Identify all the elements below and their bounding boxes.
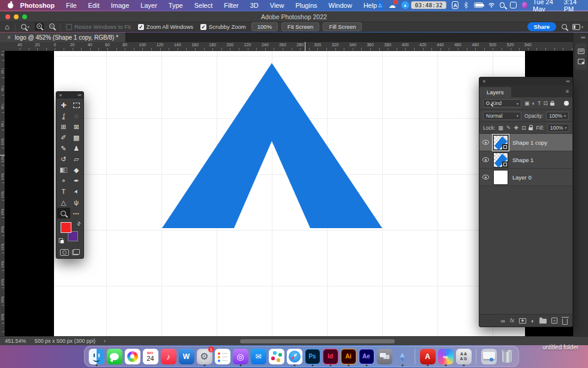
scrubby-zoom-checkbox-box[interactable]: ✓ xyxy=(200,24,206,30)
menu-filter[interactable]: Filter xyxy=(224,2,238,9)
dock-item-photoshop[interactable]: Ps xyxy=(304,348,320,364)
new-adjustment-layer[interactable]: ◐ xyxy=(531,318,535,324)
filter-toggle[interactable] xyxy=(564,101,569,106)
add-layer-mask[interactable] xyxy=(519,318,526,324)
layer-visibility-icon[interactable] xyxy=(482,140,489,145)
quick-mask-button[interactable] xyxy=(60,249,69,256)
collapse-palette-icon[interactable]: «« xyxy=(77,93,81,97)
expand-panels-icon[interactable]: «« xyxy=(581,35,585,40)
menu-photoshop[interactable]: Photoshop xyxy=(20,2,55,9)
menu-plugins[interactable]: Plugins xyxy=(295,2,317,9)
lock-all[interactable] xyxy=(529,127,533,130)
blur-tool[interactable]: ◆ xyxy=(70,164,83,175)
eyedropper-tool[interactable]: ✐ xyxy=(57,132,70,143)
dock-item-after-effects[interactable]: Ae xyxy=(358,348,374,364)
menu-view[interactable]: View xyxy=(270,2,284,9)
layer-visibility-icon[interactable] xyxy=(482,157,489,162)
display-icon[interactable] xyxy=(510,2,517,8)
dock-item-illustrator[interactable]: Ai xyxy=(340,348,356,364)
layer-effects[interactable]: fx xyxy=(510,318,514,324)
zoom-all-windows-checkbox[interactable]: ✓Zoom All Windows xyxy=(138,23,193,30)
blend-mode-dropdown[interactable]: Normal▾ xyxy=(483,112,521,120)
scrubby-zoom-checkbox[interactable]: ✓Scrubby Zoom xyxy=(200,23,246,30)
layer-visibility-icon[interactable] xyxy=(482,175,489,179)
zoom-out-toggle[interactable]: − xyxy=(49,23,55,30)
menu-3d[interactable]: 3D xyxy=(250,2,259,9)
layer-row[interactable]: Shape 1 copy xyxy=(479,134,572,151)
dock-item-font-book[interactable]: A AA G xyxy=(455,348,472,364)
dock-item-music[interactable]: ♪ xyxy=(160,348,176,364)
apple-menu-icon[interactable] xyxy=(7,2,13,8)
marquee-tool[interactable] xyxy=(70,100,83,110)
gradient-tool[interactable] xyxy=(57,164,70,175)
fill-screen-button[interactable]: Fill Screen xyxy=(323,22,362,31)
share-button[interactable]: Share xyxy=(527,22,556,31)
shape-tool[interactable]: △ xyxy=(57,197,70,208)
dock-item-acrobat[interactable]: A xyxy=(419,348,436,364)
desktop-folder-label[interactable]: untitled folder xyxy=(542,344,578,351)
horizontal-ruler[interactable]: 4020020406080100120140160180200220240260… xyxy=(5,42,573,51)
horizontal-scrollbar[interactable] xyxy=(240,339,395,343)
adjustments-panel-icon[interactable] xyxy=(578,59,584,64)
fill-dropdown[interactable]: 100%▾ xyxy=(547,124,570,132)
menu-image[interactable]: Image xyxy=(111,2,130,9)
frame-tool[interactable]: ⊠ xyxy=(70,121,83,132)
layer-thumbnail[interactable] xyxy=(493,170,508,185)
hand-tool[interactable]: ψ xyxy=(70,197,83,208)
layer-name[interactable]: Shape 1 copy xyxy=(512,139,547,146)
new-layer[interactable]: + xyxy=(551,318,557,324)
status-options-chevron[interactable]: › xyxy=(104,338,106,344)
dock-item-reminders[interactable] xyxy=(214,348,230,364)
layer-thumbnail[interactable] xyxy=(493,135,508,150)
opacity-dropdown[interactable]: 100%▾ xyxy=(546,112,569,120)
dock-item-indesign[interactable]: Id xyxy=(322,348,338,364)
lock-artboard[interactable]: ⊡ xyxy=(521,125,526,131)
move-tool[interactable]: ✚ xyxy=(57,100,70,110)
filter-adjustment-layers[interactable]: ◐ xyxy=(532,100,535,106)
filter-pixel-layers[interactable]: ▣ xyxy=(524,100,530,106)
app-logo-icon[interactable]: △ xyxy=(377,1,383,10)
dock-item-messages[interactable] xyxy=(106,348,122,364)
zoom-tool[interactable] xyxy=(57,208,70,219)
bluetooth-icon[interactable] xyxy=(464,1,468,9)
path-selection-tool[interactable]: ➤ xyxy=(70,186,83,197)
close-palette-icon[interactable]: ✕ xyxy=(59,93,62,98)
close-panel-icon[interactable]: ✕ xyxy=(482,79,485,84)
dock-item-finder[interactable] xyxy=(88,348,104,364)
foreground-color-swatch[interactable] xyxy=(61,222,71,233)
wifi-icon[interactable] xyxy=(488,2,494,8)
type-tool[interactable]: T xyxy=(57,186,70,197)
layer-name[interactable]: Layer 0 xyxy=(512,174,532,181)
zoom-in-toggle[interactable]: + xyxy=(35,23,44,31)
timer-widget[interactable]: ▲ 03:48:32 xyxy=(401,1,447,9)
app-status-icon[interactable] xyxy=(522,2,527,9)
layers-tab[interactable]: Layers xyxy=(479,87,511,97)
home-icon[interactable]: ⌂ xyxy=(5,22,10,31)
history-brush-tool[interactable]: ↺ xyxy=(57,154,70,164)
dock-item-system-settings[interactable]: ⚙1 xyxy=(196,348,212,364)
layer-thumbnail[interactable] xyxy=(493,152,508,167)
default-colors-icon[interactable] xyxy=(59,238,64,244)
dock-item-calendar[interactable]: MAY24 xyxy=(142,348,158,364)
filter-type-layers[interactable]: T xyxy=(538,100,541,106)
healing-brush-tool[interactable]: ▩ xyxy=(70,132,83,143)
fit-screen-button[interactable]: Fit Screen xyxy=(281,22,319,31)
menu-type[interactable]: Type xyxy=(169,2,183,9)
dock-item-slack[interactable] xyxy=(268,348,284,364)
lock-position[interactable]: ✚ xyxy=(514,125,518,131)
edit-toolbar[interactable]: ••• xyxy=(70,208,83,219)
layer-name[interactable]: Shape 1 xyxy=(512,157,533,163)
lock-transparent-pixels[interactable]: ▦ xyxy=(498,125,503,131)
vertical-ruler[interactable]: 0204060801001201401601802002202402602803… xyxy=(0,51,5,336)
collapse-panel-icon[interactable]: «« xyxy=(566,79,569,83)
lasso-tool[interactable]: ʆ xyxy=(57,110,70,121)
brush-tool[interactable]: ✎ xyxy=(57,143,70,154)
battery-icon[interactable] xyxy=(474,2,483,8)
close-tab-icon[interactable]: × xyxy=(7,34,11,41)
pen-tool[interactable]: ✒ xyxy=(70,175,83,186)
dock-item-display-settings[interactable] xyxy=(376,348,392,364)
clone-stamp-tool[interactable]: ♟ xyxy=(70,143,83,154)
dodge-tool[interactable]: ⚬ xyxy=(57,175,70,186)
zoom-100-button[interactable]: 100% xyxy=(251,22,278,31)
dock-item-trash[interactable] xyxy=(499,348,515,364)
